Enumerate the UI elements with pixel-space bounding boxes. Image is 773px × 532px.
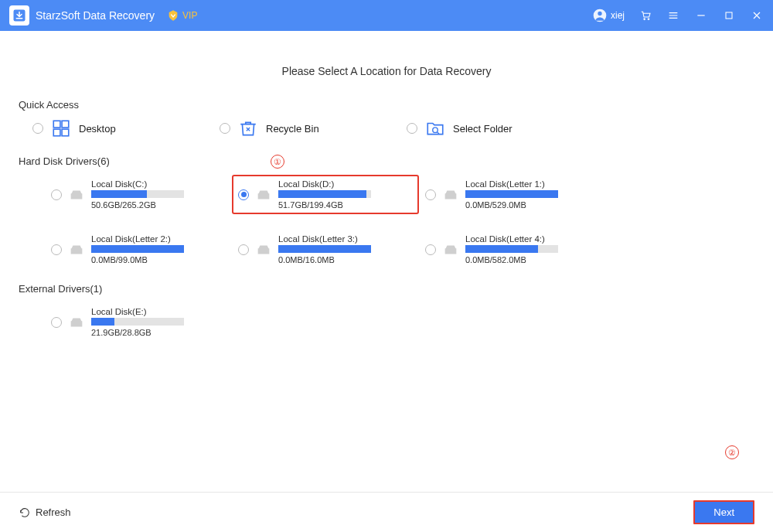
next-label: Next [713,506,734,518]
quick-access-row: Desktop Recycle Bin Select Folder [19,118,754,138]
page-title: Please Select A Location for Data Recove… [19,65,754,77]
disk-name: Local Disk(C:) [91,179,226,189]
disk-item-e[interactable]: Local Disk(E:) 21.9GB/28.8GB [45,302,232,342]
disk-size: 51.7GB/199.4GB [278,200,413,210]
quick-item-recycle[interactable]: Recycle Bin [220,118,407,138]
titlebar: StarzSoft Data Recovery VIP xiej [0,0,773,31]
radio-disk-l2[interactable] [51,244,62,255]
svg-point-2 [598,12,601,15]
user-button[interactable]: xiej [592,8,625,23]
quick-item-folder[interactable]: Select Folder [407,118,594,138]
hard-disk-grid: Local Disk(C:) 50.6GB/265.2GB Local Disk… [19,175,754,269]
annotation-1: ① [271,155,284,169]
ssd-icon [255,186,272,203]
cart-icon [639,9,652,22]
usage-bar [465,245,558,253]
svg-point-10 [433,128,438,133]
radio-disk-l1[interactable] [425,189,436,200]
close-button[interactable] [750,9,764,22]
minimize-icon [695,9,707,22]
footer: Refresh Next [0,492,773,532]
annotation-2: ② [725,445,739,459]
recycle-bin-icon [238,118,258,138]
disk-name: Local Disk(D:) [278,179,413,189]
refresh-label: Refresh [36,506,71,518]
minimize-button[interactable] [694,9,708,22]
refresh-button[interactable]: Refresh [19,506,71,519]
svg-point-4 [648,19,649,20]
quick-label-recycle: Recycle Bin [266,123,319,135]
cart-button[interactable] [638,9,652,22]
select-folder-icon [425,118,445,138]
app-logo-icon [9,5,29,26]
disk-item-letter4[interactable]: Local Disk(Letter 4:) 0.0MB/582.0MB [419,230,606,269]
svg-rect-8 [53,129,60,136]
disk-item-letter2[interactable]: Local Disk(Letter 2:) 0.0MB/99.0MB [45,230,232,269]
disk-item-letter3[interactable]: Local Disk(Letter 3:) 0.0MB/16.0MB [232,230,419,269]
svg-rect-9 [62,129,69,136]
quick-label-folder: Select Folder [453,123,512,135]
disk-item-d[interactable]: Local Disk(D:) 51.7GB/199.4GB [232,175,419,214]
radio-desktop[interactable] [32,123,43,134]
disk-name: Local Disk(Letter 3:) [278,234,413,244]
menu-button[interactable] [666,9,680,22]
usage-bar [465,190,558,198]
svg-rect-5 [726,12,732,19]
section-external: External Drivers(1) [19,283,754,295]
quick-item-desktop[interactable]: Desktop [32,118,220,138]
radio-disk-l3[interactable] [238,244,249,255]
next-button[interactable]: Next [693,500,754,524]
quick-label-desktop: Desktop [79,123,116,135]
disk-size: 0.0MB/99.0MB [91,255,226,264]
usage-bar [91,190,184,198]
disk-size: 50.6GB/265.2GB [91,200,226,210]
ssd-icon [442,241,459,258]
section-hard-disk: Hard Disk Drivers(6) [19,155,754,167]
content-area: Please Select A Location for Data Recove… [0,31,773,492]
disk-item-c[interactable]: Local Disk(C:) 50.6GB/265.2GB [45,175,232,214]
usage-bar [278,190,371,198]
maximize-button[interactable] [722,9,736,22]
usage-bar [91,318,184,326]
menu-icon [667,9,679,22]
user-icon [592,8,608,23]
disk-size: 0.0MB/529.0MB [465,200,600,210]
radio-folder[interactable] [407,123,417,134]
ssd-icon [442,186,459,203]
usage-bar [91,245,184,253]
radio-recycle[interactable] [220,123,230,134]
svg-point-3 [644,19,645,20]
refresh-icon [19,506,31,519]
disk-size: 21.9GB/28.8GB [91,328,226,337]
radio-disk-l4[interactable] [425,244,436,255]
usage-bar [278,245,371,253]
radio-disk-c[interactable] [51,189,62,200]
titlebar-right: xiej [592,8,764,23]
close-icon [751,9,763,22]
maximize-icon [723,9,735,22]
disk-item-letter1[interactable]: Local Disk(Letter 1:) 0.0MB/529.0MB [419,175,606,214]
ssd-icon [68,186,85,203]
vip-text: VIP [182,10,197,21]
radio-disk-e[interactable] [51,317,62,328]
ssd-icon [255,241,272,258]
disk-name: Local Disk(Letter 4:) [465,234,600,244]
ssd-icon [68,241,85,258]
svg-rect-7 [62,121,69,128]
external-grid: Local Disk(E:) 21.9GB/28.8GB [19,302,754,342]
radio-disk-d[interactable] [238,189,249,200]
disk-name: Local Disk(Letter 2:) [91,234,226,244]
disk-size: 0.0MB/16.0MB [278,255,413,264]
disk-name: Local Disk(E:) [91,307,226,316]
app-name: StarzSoft Data Recovery [36,9,155,22]
vip-badge: VIP [167,9,197,22]
vip-shield-icon [167,9,179,22]
hdd-icon [68,314,85,331]
usage-fill [91,190,147,198]
desktop-icon [51,118,71,138]
disk-size: 0.0MB/582.0MB [465,255,600,264]
disk-name: Local Disk(Letter 1:) [465,179,600,189]
svg-rect-6 [53,121,60,128]
app-window: StarzSoft Data Recovery VIP xiej [0,0,773,532]
section-quick-access: Quick Access [19,99,754,111]
